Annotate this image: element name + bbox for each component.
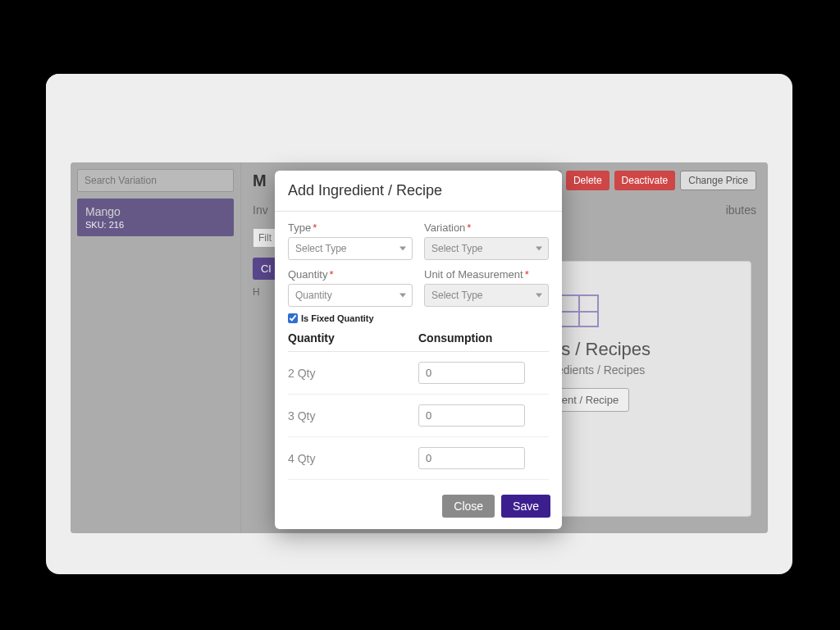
required-asterisk: * (467, 221, 471, 234)
table-row: 4 Qty (288, 437, 549, 480)
qty-cell: 3 Qty (288, 409, 418, 422)
uom-select[interactable]: Select Type (424, 284, 549, 307)
tab-inventory[interactable]: Inv (253, 203, 268, 217)
tab-attributes[interactable]: ibutes (726, 203, 756, 217)
close-button[interactable]: Close (442, 495, 495, 518)
fixed-quantity-row[interactable]: Is Fixed Quantity (288, 313, 549, 323)
deactivate-button[interactable]: Deactivate (614, 171, 676, 190)
variation-sku: SKU: 216 (85, 220, 226, 230)
fixed-quantity-label: Is Fixed Quantity (301, 313, 374, 323)
variation-label: Variation (424, 221, 465, 234)
qty-cell: 2 Qty (288, 367, 418, 380)
consumption-input[interactable] (418, 447, 525, 469)
variation-item-mango[interactable]: Mango SKU: 216 (77, 199, 234, 236)
fixed-quantity-checkbox[interactable] (288, 313, 298, 323)
required-asterisk: * (525, 268, 529, 281)
variation-name: Mango (85, 205, 226, 218)
quantity-label: Quantity (288, 268, 327, 281)
required-asterisk: * (313, 221, 317, 234)
chevron-down-icon (399, 294, 406, 298)
qty-cell: 4 Qty (288, 452, 418, 465)
consumption-table-head: Quantity Consumption (288, 323, 549, 352)
table-row: 2 Qty (288, 352, 549, 395)
col-consumption: Consumption (418, 331, 549, 345)
table-row: 3 Qty (288, 395, 549, 437)
consumption-input[interactable] (418, 404, 525, 427)
type-label: Type (288, 221, 311, 234)
variations-sidebar: Mango SKU: 216 (71, 162, 241, 533)
required-asterisk: * (329, 268, 333, 281)
type-select[interactable]: Select Type (288, 237, 413, 260)
chevron-down-icon (536, 247, 542, 251)
table-icon (558, 294, 599, 327)
chevron-down-icon (399, 247, 406, 251)
chevron-down-icon (536, 294, 542, 298)
save-button[interactable]: Save (501, 495, 550, 518)
search-variation-input[interactable] (77, 169, 234, 192)
uom-label: Unit of Measurement (424, 268, 523, 281)
col-quantity: Quantity (288, 331, 418, 345)
change-price-button[interactable]: Change Price (680, 171, 756, 190)
modal-title: Add Ingredient / Recipe (275, 171, 562, 212)
delete-button[interactable]: Delete (566, 171, 609, 190)
quantity-select[interactable]: Quantity (288, 284, 413, 307)
page-title: M (253, 171, 267, 190)
add-ingredient-modal: Add Ingredient / Recipe Type* Select Typ… (275, 171, 562, 529)
variation-select[interactable]: Select Type (424, 237, 549, 260)
consumption-input[interactable] (418, 362, 525, 384)
